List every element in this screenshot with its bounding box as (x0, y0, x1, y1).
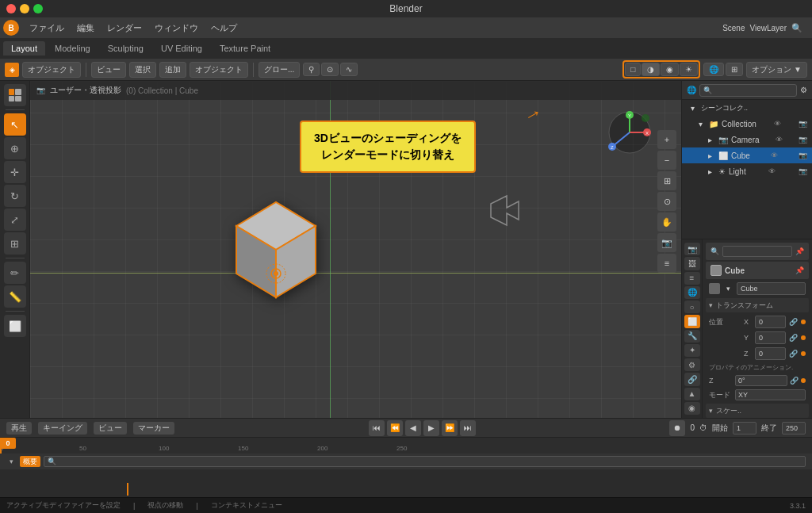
jump-start-btn[interactable]: ⏮ (369, 420, 385, 436)
menu-file[interactable]: ファイル (24, 21, 70, 36)
next-keyframe-btn[interactable]: ⏭ (460, 420, 476, 436)
outliner-search[interactable] (699, 84, 797, 97)
prop-constraints-icon[interactable]: 🔗 (684, 373, 700, 385)
scale-tool[interactable]: ⤢ (4, 209, 26, 231)
move-tool[interactable]: ✛ (4, 161, 26, 183)
scale-section[interactable]: スケー.. (706, 404, 809, 418)
timeline-ruler[interactable]: 0 50 100 150 200 250 0 (0, 438, 812, 454)
rotate-tool[interactable]: ↻ (4, 185, 26, 207)
position-x-value[interactable]: 0 (755, 316, 786, 328)
z-rot-link[interactable]: 🔗 (790, 377, 799, 385)
window-controls[interactable] (6, 4, 43, 13)
play-btn[interactable]: ▶ (423, 420, 439, 436)
cube-cam-icon[interactable]: 📷 (799, 151, 807, 159)
timeline-search-input[interactable] (44, 456, 806, 467)
prop-view-layer-icon[interactable]: ≡ (684, 272, 700, 285)
render-region-btn[interactable]: 📷 (657, 233, 676, 252)
select-tool[interactable]: ↖ (4, 113, 26, 136)
end-frame-input[interactable]: 250 (782, 422, 806, 435)
menu-render[interactable]: レンダー (102, 21, 147, 36)
render-mode-btn[interactable]: ☀ (680, 63, 698, 76)
position-y-value[interactable]: 0 (755, 331, 786, 344)
falloff-btn[interactable]: ∿ (340, 63, 358, 76)
annotate-tool[interactable]: ✏ (4, 262, 26, 284)
record-btn[interactable]: ⏺ (669, 420, 685, 436)
position-y-link[interactable]: 🔗 (789, 334, 798, 342)
zoom-fit-btn[interactable]: ⊞ (657, 171, 676, 190)
z-rot-value[interactable]: 0° (735, 375, 787, 386)
viewport-overlay-btn[interactable]: ⊞ (726, 63, 743, 76)
material-mode-btn[interactable]: ◉ (661, 63, 679, 76)
zoom-in-btn[interactable]: + (657, 130, 676, 149)
prop-pin-icon[interactable]: 📌 (795, 247, 804, 255)
tab-texture-paint[interactable]: Texture Paint (212, 41, 278, 56)
numpad-btn[interactable]: ⊙ (657, 192, 676, 211)
prop-search-input[interactable] (722, 246, 792, 257)
timeline-view-btn[interactable]: ビュー (94, 422, 127, 435)
cube-eye-icon[interactable]: 👁 (771, 151, 778, 159)
zoom-out-btn[interactable]: − (657, 151, 676, 170)
start-frame-input[interactable]: 1 (733, 422, 756, 435)
outliner-scene-root[interactable]: ▾ シーンコレク.. (682, 100, 812, 116)
pan-btn[interactable]: ✋ (657, 212, 676, 232)
transform-tool[interactable]: ⊞ (4, 232, 26, 255)
prop-physics-icon[interactable]: ⚙ (684, 358, 700, 371)
options-dropdown[interactable]: オプション ▼ (746, 62, 807, 78)
prop-material-icon[interactable]: ◉ (684, 402, 700, 415)
outliner-camera[interactable]: ▸ 📷 Camera 👁 📷 (682, 132, 812, 147)
menu-edit[interactable]: 編集 (71, 21, 100, 36)
mesh-dropdown[interactable]: ▾ (723, 285, 733, 293)
prop-modifier-icon[interactable]: 🔧 (684, 330, 700, 343)
prop-output-icon[interactable]: 🖼 (684, 257, 700, 270)
transform-section-header[interactable]: トランスフォーム (706, 298, 809, 312)
outliner-light[interactable]: ▸ ☀ Light 👁 📷 (682, 163, 812, 179)
solid-mode-btn[interactable]: ◑ (642, 63, 660, 76)
timeline-play-btn[interactable]: 再生 (6, 422, 32, 435)
prop-scene-icon[interactable]: 🌐 (684, 286, 700, 299)
position-z-link[interactable]: 🔗 (789, 350, 798, 358)
tab-sculpting[interactable]: Sculpting (100, 41, 151, 56)
camera-cam-icon[interactable]: 📷 (799, 136, 807, 144)
light-cam-icon[interactable]: 📷 (799, 167, 807, 175)
next-frame-btn[interactable]: ⏩ (442, 420, 458, 436)
close-button[interactable] (6, 4, 16, 13)
sidebar-toggle-btn[interactable]: ≡ (657, 254, 676, 273)
timeline-keying-btn[interactable]: キーイング (38, 422, 87, 435)
prop-world-icon[interactable]: ○ (684, 301, 700, 313)
prev-keyframe-btn[interactable]: ⏪ (387, 420, 403, 436)
tab-layout[interactable]: Layout (3, 41, 45, 56)
position-x-link[interactable]: 🔗 (789, 318, 798, 326)
light-eye-icon[interactable]: 👁 (768, 167, 776, 175)
prop-particles-icon[interactable]: ✦ (684, 344, 700, 357)
outliner-filter-icon[interactable]: ⚙ (800, 86, 807, 94)
timeline-marker-btn[interactable]: マーカー (133, 422, 174, 435)
outliner-cube[interactable]: ▸ ⬜ Cube 👁 📷 (682, 147, 812, 163)
object-menu[interactable]: オブジェクト (190, 62, 248, 78)
menu-help[interactable]: ヘルプ (205, 21, 243, 36)
proportional-btn[interactable]: ⊙ (321, 63, 339, 76)
wireframe-mode-btn[interactable]: □ (625, 63, 641, 76)
camera-eye-icon[interactable]: 👁 (776, 136, 783, 144)
mode-value[interactable]: XY (735, 389, 806, 400)
collection-cam-icon[interactable]: 📷 (799, 120, 807, 128)
measure-tool[interactable]: 📏 (4, 285, 26, 308)
mesh-name-value[interactable]: Cube (737, 282, 806, 295)
viewport-shading-btn[interactable]: 🌐 (703, 63, 724, 76)
select-menu[interactable]: 選択 (129, 62, 156, 78)
active-object-options[interactable]: 📌 (795, 266, 804, 274)
prop-data-icon[interactable]: ▲ (684, 388, 700, 400)
navigation-gizmo[interactable]: Y X Z (606, 109, 653, 158)
maximize-button[interactable] (33, 4, 43, 13)
snap-btn[interactable]: ⚲ (303, 63, 320, 76)
add-menu[interactable]: 追加 (159, 62, 186, 78)
search-icon[interactable]: 🔍 (791, 23, 802, 33)
position-z-value[interactable]: 0 (755, 347, 786, 360)
collection-eye-icon[interactable]: 👁 (774, 120, 781, 128)
prop-object-icon[interactable]: ⬜ (684, 315, 700, 327)
minimize-button[interactable] (20, 4, 29, 13)
cursor-tool[interactable]: ⊕ (4, 137, 26, 159)
view-menu[interactable]: ビュー (91, 62, 126, 78)
prop-render-icon[interactable]: 📷 (684, 243, 700, 255)
prev-frame-btn[interactable]: ◀ (405, 420, 421, 436)
tab-uv-editing[interactable]: UV Editing (153, 41, 210, 56)
